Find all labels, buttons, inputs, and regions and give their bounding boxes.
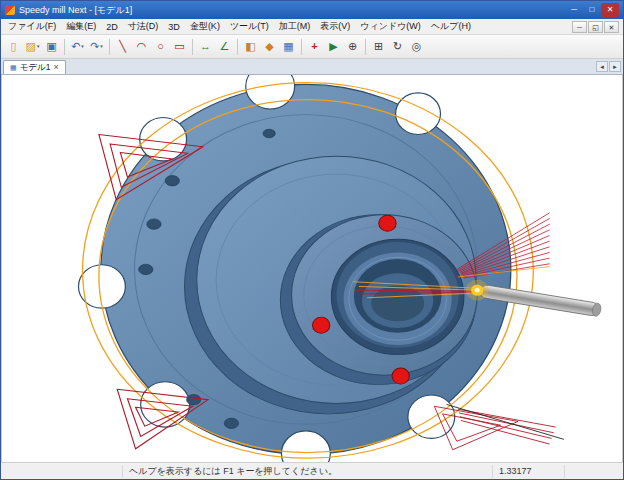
undo-button[interactable]: ↶▾: [68, 37, 87, 56]
redo-button[interactable]: ↷▾: [87, 37, 106, 56]
fit-view-button[interactable]: ⊞: [369, 37, 388, 56]
zoom-button[interactable]: ◎: [407, 37, 426, 56]
status-cell-end: [565, 465, 623, 478]
open-icon: ▨: [26, 41, 36, 52]
circle-icon: ○: [157, 41, 164, 52]
document-tabbar: ▦ モデル1 × ◄ ►: [1, 59, 623, 75]
dropdown-caret-icon: ▾: [100, 44, 103, 49]
tab-scroll-left-button[interactable]: ◄: [596, 61, 608, 72]
tab-label: モデル1: [20, 62, 51, 74]
tab-close-icon[interactable]: ×: [53, 63, 58, 72]
fit-view-icon: ⊞: [374, 41, 383, 52]
viewport-canvas[interactable]: [2, 75, 622, 462]
menu-item-help[interactable]: ヘルプ(H): [426, 20, 476, 33]
statusbar: ヘルプを表示するには F1 キーを押してください。 1.33177: [1, 462, 623, 479]
line-button[interactable]: ╲: [113, 37, 132, 56]
menu-item-3d[interactable]: 3D: [163, 22, 185, 32]
hole-marker[interactable]: [392, 368, 409, 384]
toolpath-button[interactable]: +: [305, 37, 324, 56]
save-icon: ▣: [46, 41, 56, 52]
toolbar-separator: [301, 39, 302, 55]
tab-model1[interactable]: ▦ モデル1 ×: [3, 60, 66, 74]
arc-button[interactable]: ◠: [132, 37, 151, 56]
rotate-view-button[interactable]: ↻: [388, 37, 407, 56]
mesh-icon: ▦: [283, 41, 293, 52]
menu-item-mold[interactable]: 金型(K): [185, 20, 225, 33]
line-icon: ╲: [119, 41, 126, 52]
save-button[interactable]: ▣: [42, 37, 61, 56]
minimize-button[interactable]: ─: [565, 3, 583, 17]
undo-icon: ↶: [71, 41, 80, 52]
close-button[interactable]: ✕: [601, 3, 619, 17]
hole-marker[interactable]: [313, 317, 330, 333]
simulate-icon: ▶: [329, 41, 337, 52]
open-button[interactable]: ▨▾: [23, 37, 42, 56]
status-scale-value: 1.33177: [493, 465, 565, 478]
solid-icon: ◆: [265, 41, 273, 52]
mdi-restore-button[interactable]: ◱: [588, 21, 603, 33]
solid-button[interactable]: ◆: [260, 37, 279, 56]
tab-scroll-right-button[interactable]: ►: [609, 61, 621, 72]
app-logo-icon: [5, 5, 15, 15]
mdi-window-controls: ─ ◱ ✕: [571, 21, 621, 33]
new-icon: ▯: [10, 41, 16, 52]
menu-item-edit[interactable]: 編集(E): [61, 20, 101, 33]
rectangle-icon: ▭: [174, 41, 184, 52]
window-title: Speedy mill Next - [モデル1]: [19, 4, 561, 17]
toolbar-separator: [192, 39, 193, 55]
tool-tip-glow: [466, 280, 488, 301]
menu-item-machining[interactable]: 加工(M): [274, 20, 316, 33]
maximize-button[interactable]: □: [583, 3, 601, 17]
angle-button[interactable]: ∠: [215, 37, 234, 56]
toolbar-separator: [64, 39, 65, 55]
status-help-text: ヘルプを表示するには F1 キーを押してください。: [123, 465, 493, 478]
titlebar[interactable]: Speedy mill Next - [モデル1] ─ □ ✕: [1, 1, 623, 19]
surface-icon: ◧: [245, 41, 255, 52]
menu-item-window[interactable]: ウィンドウ(W): [355, 20, 426, 33]
new-button[interactable]: ▯: [4, 37, 23, 56]
menu-item-view[interactable]: 表示(V): [315, 20, 355, 33]
toolbar: ▯ ▨▾ ▣ ↶▾ ↷▾ ╲ ◠ ○ ▭ ↔ ∠ ◧ ◆ ▦ + ▶ ⊕ ⊞ ↻…: [1, 35, 623, 59]
redo-icon: ↷: [90, 41, 99, 52]
rectangle-button[interactable]: ▭: [170, 37, 189, 56]
rotate-view-icon: ↻: [393, 41, 402, 52]
model-tab-icon: ▦: [10, 64, 17, 72]
surface-button[interactable]: ◧: [241, 37, 260, 56]
toolbar-separator: [365, 39, 366, 55]
simulate-button[interactable]: ▶: [324, 37, 343, 56]
mdi-close-button[interactable]: ✕: [604, 21, 619, 33]
dimension-icon: ↔: [200, 41, 211, 52]
toolbar-separator: [109, 39, 110, 55]
arc-icon: ◠: [137, 41, 147, 52]
angle-icon: ∠: [220, 41, 230, 52]
app-window: Speedy mill Next - [モデル1] ─ □ ✕ ファイル(F) …: [0, 0, 624, 480]
toolpath-icon: +: [311, 41, 317, 52]
menu-item-file[interactable]: ファイル(F): [3, 20, 61, 33]
mdi-minimize-button[interactable]: ─: [572, 21, 587, 33]
menubar: ファイル(F) 編集(E) 2D 寸法(D) 3D 金型(K) ツール(T) 加…: [1, 19, 623, 35]
dropdown-caret-icon: ▾: [81, 44, 84, 49]
menu-item-tool[interactable]: ツール(T): [225, 20, 274, 33]
zoom-icon: ◎: [412, 41, 422, 52]
origin-button[interactable]: ⊕: [343, 37, 362, 56]
dropdown-caret-icon: ▾: [37, 44, 40, 49]
circle-button[interactable]: ○: [151, 37, 170, 56]
menu-item-dimension[interactable]: 寸法(D): [123, 20, 164, 33]
viewport[interactable]: [1, 75, 623, 462]
status-cell-empty: [1, 465, 123, 478]
dimension-button[interactable]: ↔: [196, 37, 215, 56]
origin-icon: ⊕: [348, 41, 357, 52]
mesh-button[interactable]: ▦: [279, 37, 298, 56]
toolbar-separator: [237, 39, 238, 55]
hole-marker[interactable]: [379, 215, 396, 231]
menu-item-2d[interactable]: 2D: [101, 22, 123, 32]
tab-scroll-controls: ◄ ►: [596, 61, 621, 72]
